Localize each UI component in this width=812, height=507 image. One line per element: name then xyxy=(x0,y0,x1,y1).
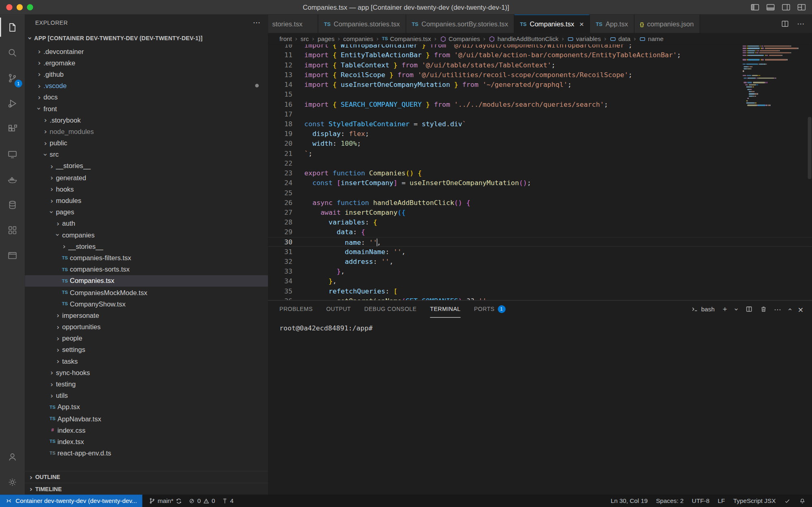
views-more-actions-icon[interactable]: ⋯ xyxy=(253,18,261,28)
terminal-profile[interactable]: bash xyxy=(691,305,715,313)
breadcrumb-item[interactable]: front xyxy=(279,35,292,43)
tree-folder-modules[interactable]: ›modules xyxy=(25,195,268,206)
tree-folder-__stories__[interactable]: ›__stories__ xyxy=(25,241,268,252)
tab-Companies.tsx[interactable]: TSCompanies.tsx× xyxy=(514,15,590,33)
tree-file-companies-filters.tsx[interactable]: TScompanies-filters.tsx xyxy=(25,252,268,263)
eol-setting[interactable]: LF xyxy=(718,497,725,505)
layout-panel-icon[interactable] xyxy=(765,2,775,12)
tab-companies.json[interactable]: {}companies.json xyxy=(634,15,700,33)
kill-terminal-icon[interactable] xyxy=(760,305,767,313)
ports-indicator[interactable]: 4 xyxy=(221,497,233,505)
terminal[interactable]: root@0a42ecd84891:/app# xyxy=(268,318,812,332)
settings-button[interactable] xyxy=(0,469,25,494)
breadcrumb-item[interactable]: pages xyxy=(317,35,335,43)
check-icon[interactable] xyxy=(784,498,791,505)
tree-file-index.css[interactable]: #index.css xyxy=(25,424,268,436)
tree-folder-impersonate[interactable]: ›impersonate xyxy=(25,310,268,321)
customize-layout-icon[interactable] xyxy=(797,2,807,12)
tree-folder-testing[interactable]: ›testing xyxy=(25,378,268,390)
minimize-window-button[interactable] xyxy=(17,4,23,10)
tree-folder-docs[interactable]: ›docs xyxy=(25,91,268,103)
activity-remote-explorer[interactable] xyxy=(0,141,25,166)
breadcrumb-item[interactable]: name xyxy=(639,35,663,43)
panel-more-actions-icon[interactable]: ⋯ xyxy=(774,305,781,313)
tree-folder-src[interactable]: ›src xyxy=(25,149,268,160)
split-editor-icon[interactable] xyxy=(780,19,790,28)
activity-extensions[interactable] xyxy=(0,116,25,141)
panel-tab-problems[interactable]: PROBLEMS xyxy=(279,301,313,318)
remote-indicator[interactable]: Container dev-twenty-dev (dev-twenty-dev… xyxy=(0,495,142,507)
breadcrumb-item[interactable]: src xyxy=(300,35,309,43)
tree-file-index.tsx[interactable]: TSindex.tsx xyxy=(25,436,268,447)
activity-database[interactable] xyxy=(0,192,25,217)
split-terminal-icon[interactable] xyxy=(745,305,753,313)
notifications-bell-icon[interactable] xyxy=(799,498,806,505)
panel-tab-terminal[interactable]: TERMINAL xyxy=(430,301,460,318)
close-window-button[interactable] xyxy=(6,4,12,10)
tree-folder-__stories__[interactable]: ›__stories__ xyxy=(25,160,268,172)
close-tab-icon[interactable]: × xyxy=(579,19,584,28)
panel-tab-ports[interactable]: PORTS1 xyxy=(474,301,505,318)
workspace-section-header[interactable]: › APP [CONTAINER DEV-TWENTY-DEV (DEV-TWE… xyxy=(25,31,268,45)
encoding-setting[interactable]: UTF-8 xyxy=(692,497,709,505)
layout-sidebar-right-icon[interactable] xyxy=(781,2,791,12)
activity-explorer[interactable] xyxy=(0,15,25,40)
tree-folder-node_modules[interactable]: ›node_modules xyxy=(25,126,268,137)
tree-file-companies-sorts.tsx[interactable]: TScompanies-sorts.tsx xyxy=(25,263,268,275)
tree-folder-.vscode[interactable]: ›.vscode xyxy=(25,80,268,91)
activity-grid[interactable] xyxy=(0,217,25,242)
breadcrumb-item[interactable]: handleAddButtonClick xyxy=(489,35,559,43)
tree-folder-auth[interactable]: ›auth xyxy=(25,218,268,229)
tree-file-Companies.tsx[interactable]: TSCompanies.tsx xyxy=(25,275,268,287)
panel-tab-output[interactable]: OUTPUT xyxy=(326,301,351,318)
layout-sidebar-left-icon[interactable] xyxy=(750,2,760,12)
chevron-down-icon[interactable]: › xyxy=(733,308,741,311)
tree-folder-.github[interactable]: ›.github xyxy=(25,69,268,80)
tree-folder-.storybook[interactable]: ›.storybook xyxy=(25,114,268,126)
tree-folder-companies[interactable]: ›companies xyxy=(25,229,268,241)
tree-folder-sync-hooks[interactable]: ›sync-hooks xyxy=(25,367,268,378)
activity-browser-preview[interactable] xyxy=(0,243,25,268)
tree-file-AppNavbar.tsx[interactable]: TSAppNavbar.tsx xyxy=(25,413,268,424)
problems-indicator[interactable]: 0 0 xyxy=(188,497,215,505)
cursor-position[interactable]: Ln 30, Col 19 xyxy=(611,497,648,505)
tree-folder-.devcontainer[interactable]: ›.devcontainer xyxy=(25,45,268,57)
tree-folder-opportunities[interactable]: ›opportunities xyxy=(25,321,268,332)
more-actions-icon[interactable]: ⋯ xyxy=(797,19,805,28)
tree-folder-tasks[interactable]: ›tasks xyxy=(25,356,268,367)
close-panel-icon[interactable]: × xyxy=(797,305,803,313)
activity-docker[interactable] xyxy=(0,166,25,192)
tree-folder-public[interactable]: ›public xyxy=(25,137,268,149)
tree-folder-hooks[interactable]: ›hooks xyxy=(25,183,268,195)
activity-search[interactable] xyxy=(0,40,25,65)
tree-folder-pages[interactable]: ›pages xyxy=(25,206,268,218)
language-mode[interactable]: TypeScript JSX xyxy=(733,497,776,505)
tree-file-CompaniesMockMode.tsx[interactable]: TSCompaniesMockMode.tsx xyxy=(25,287,268,298)
breadcrumb-item[interactable]: Companies xyxy=(440,35,480,43)
tree-file-react-app-env.d.ts[interactable]: TSreact-app-env.d.ts xyxy=(25,447,268,459)
tree-folder-people[interactable]: ›people xyxy=(25,332,268,344)
breadcrumb-item[interactable]: TSCompanies.tsx xyxy=(382,35,431,43)
activity-run-debug[interactable] xyxy=(0,91,25,116)
branch-indicator[interactable]: main* xyxy=(148,497,182,505)
maximize-panel-icon[interactable]: › xyxy=(785,308,793,311)
panel-tab-debug-console[interactable]: DEBUG CONSOLE xyxy=(364,301,417,318)
tree-folder-generated[interactable]: ›generated xyxy=(25,172,268,183)
tab-Companies.stories.tsx[interactable]: TSCompanies.stories.tsx xyxy=(318,15,406,33)
tree-file-App.tsx[interactable]: TSApp.tsx xyxy=(25,401,268,413)
tree-folder-.ergomake[interactable]: ›.ergomake xyxy=(25,57,268,68)
breadcrumb-item[interactable]: companies xyxy=(343,35,373,43)
outline-section-header[interactable]: › OUTLINE xyxy=(25,471,268,483)
editor-scrollbar[interactable] xyxy=(808,117,812,179)
timeline-section-header[interactable]: › TIMELINE xyxy=(25,483,268,494)
tree-folder-front[interactable]: ›front xyxy=(25,103,268,114)
indentation-setting[interactable]: Spaces: 2 xyxy=(656,497,684,505)
breadcrumb-item[interactable]: data xyxy=(609,35,630,43)
tree-folder-settings[interactable]: ›settings xyxy=(25,344,268,355)
tab-App.tsx[interactable]: TSApp.tsx xyxy=(590,15,635,33)
minimap[interactable] xyxy=(743,45,806,201)
breadcrumb-item[interactable]: variables xyxy=(567,35,601,43)
tab-Companies.sortBy.stories.tsx[interactable]: TSCompanies.sortBy.stories.tsx xyxy=(406,15,514,33)
new-terminal-icon[interactable]: ＋ xyxy=(721,304,729,314)
fullscreen-window-button[interactable] xyxy=(27,4,33,10)
